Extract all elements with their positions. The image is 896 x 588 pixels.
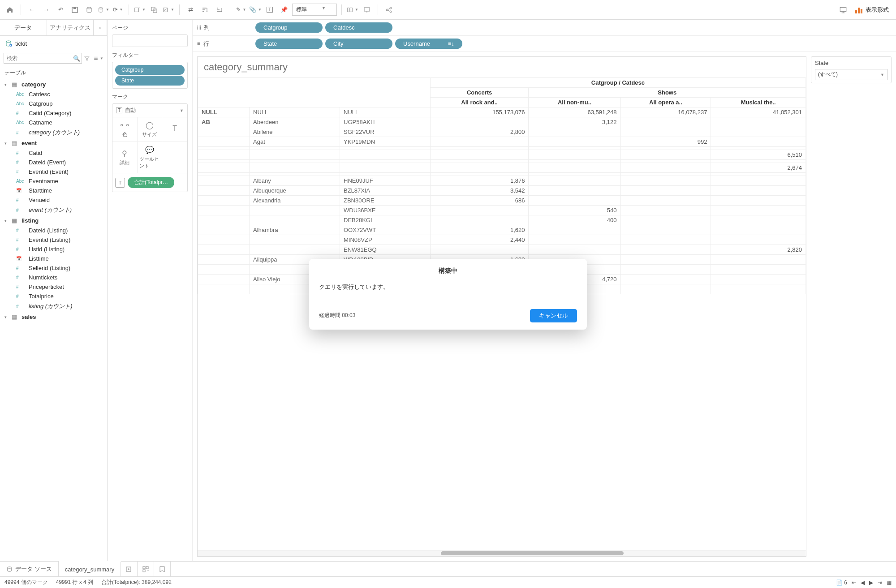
nav-last-icon[interactable]: ⇥	[878, 579, 882, 586]
guide-icon[interactable]	[837, 4, 849, 16]
field-starttime[interactable]: 📅Starttime	[0, 186, 107, 195]
field-catname[interactable]: AbcCatname	[0, 118, 107, 127]
field-catdesc[interactable]: AbcCatdesc	[0, 90, 107, 99]
marks-cell-ツールヒント[interactable]: 💬ツールヒント	[138, 142, 163, 173]
new-story-tab-icon[interactable]	[154, 562, 171, 576]
separator	[378, 4, 378, 15]
field-eventid-listing-[interactable]: #Eventid (Listing)	[0, 235, 107, 245]
svg-point-3	[99, 7, 103, 9]
marks-title: マーク	[112, 93, 188, 103]
field-dateid-event-[interactable]: #Dateid (Event)	[0, 158, 107, 167]
label-icon[interactable]: T	[263, 4, 276, 16]
filters-shelf[interactable]: フィルター CatgroupState	[112, 52, 188, 89]
status-rows-cols: 49991 行 x 4 列	[56, 579, 93, 586]
sort-desc-icon[interactable]	[213, 4, 225, 16]
marks-cell-詳細[interactable]: ⚲詳細	[112, 142, 138, 173]
refresh-icon[interactable]: ⟳	[112, 4, 124, 16]
rows-shelf[interactable]: ≡行 StateCityUsername≡↓	[193, 36, 896, 52]
field-catid[interactable]: #Catid	[0, 148, 107, 158]
fit-select[interactable]: 標準 ▼	[292, 4, 337, 16]
pause-data-icon[interactable]	[97, 4, 110, 16]
tab-data[interactable]: データ	[0, 20, 47, 35]
rows-pills-pill-state[interactable]: State	[255, 39, 323, 49]
home-icon[interactable]	[4, 4, 16, 16]
undo-icon[interactable]: ↶	[54, 4, 67, 16]
table-group-sales[interactable]: ▾▦sales	[0, 312, 107, 322]
svg-point-26	[6, 41, 11, 43]
rows-pills-pill-username[interactable]: Username≡↓	[395, 39, 462, 49]
show-me-button[interactable]: 表示形式	[851, 4, 892, 16]
field-listtime[interactable]: 📅Listtime	[0, 254, 107, 263]
datasource-row[interactable]: tickit	[0, 36, 107, 51]
cancel-button[interactable]: キャンセル	[530, 309, 577, 322]
filter-pill-catgroup[interactable]: Catgroup	[115, 65, 185, 75]
filter-fields-icon[interactable]	[82, 53, 92, 63]
duplicate-icon[interactable]	[148, 4, 160, 16]
table-group-listing[interactable]: ▾▦listing	[0, 215, 107, 226]
save-icon[interactable]	[69, 4, 81, 16]
forward-icon[interactable]: →	[40, 4, 52, 16]
tab-sheet-category-summary[interactable]: category_summary	[59, 561, 121, 576]
back-icon[interactable]: ←	[26, 4, 38, 16]
field-venueid[interactable]: #Venueid	[0, 195, 107, 205]
columns-shelf[interactable]: iii列 CatgroupCatdesc	[193, 20, 896, 36]
separator	[129, 4, 129, 15]
filter-pill-state[interactable]: State	[115, 76, 185, 86]
table-group-event[interactable]: ▾▦event	[0, 138, 107, 148]
show-me-icon	[855, 6, 863, 14]
view-fields-icon[interactable]	[94, 53, 103, 63]
new-datasource-icon[interactable]	[83, 4, 95, 16]
table-group-category[interactable]: ▾▦category	[0, 79, 107, 90]
pin-icon[interactable]: 📌	[278, 4, 290, 16]
field-listing-[interactable]: #listing (カウント)	[0, 301, 107, 312]
group-icon[interactable]: 📎	[249, 4, 262, 16]
field-catid-category-[interactable]: #Catid (Category)	[0, 108, 107, 118]
field-totalprice[interactable]: #Totalprice	[0, 292, 107, 301]
field-eventname[interactable]: AbcEventname	[0, 176, 107, 186]
marks-pill-totalprice[interactable]: 合計(Totalpr…	[128, 177, 174, 188]
status-sheets-icon[interactable]: 📄 6	[836, 579, 847, 586]
new-dashboard-tab-icon[interactable]: +	[138, 562, 154, 576]
presentation-icon[interactable]	[361, 4, 373, 16]
search-input[interactable]	[4, 53, 82, 64]
marks-cell-blank-2: T	[162, 117, 187, 142]
rows-pills-pill-city[interactable]: City	[325, 39, 392, 49]
field-catgroup[interactable]: AbcCatgroup	[0, 99, 107, 108]
show-me-label: 表示形式	[866, 6, 889, 14]
state-filter-select[interactable]: (すべて)▼	[815, 69, 887, 80]
field-sellerid-listing-[interactable]: #Sellerid (Listing)	[0, 263, 107, 273]
marks-type-select[interactable]: T 自動 ▼	[112, 104, 187, 117]
svg-rect-23	[855, 10, 857, 13]
filmstrip-icon[interactable]: ▦	[887, 579, 892, 586]
sort-asc-icon[interactable]	[198, 4, 211, 16]
shelves-column: ページ フィルター CatgroupState マーク T 自動 ▼ ⚬⚬色◯サ…	[108, 20, 193, 561]
field-priceperticket[interactable]: #Priceperticket	[0, 282, 107, 292]
marks-cell-サイズ[interactable]: ◯サイズ	[138, 117, 163, 142]
pages-shelf[interactable]: ページ	[112, 24, 188, 47]
new-worksheet-tab-icon[interactable]	[121, 562, 138, 576]
field-category-[interactable]: #category (カウント)	[0, 127, 107, 138]
field-listid-listing-[interactable]: #Listid (Listing)	[0, 245, 107, 254]
nav-prev-icon[interactable]: ◀	[861, 579, 865, 586]
clear-icon[interactable]	[162, 4, 175, 16]
sheet-title[interactable]: category_summary	[198, 57, 806, 77]
horizontal-scrollbar[interactable]	[198, 550, 806, 556]
collapse-sidebar-icon[interactable]: ‹	[94, 20, 107, 35]
cols-pills-pill-catdesc[interactable]: Catdesc	[325, 22, 392, 33]
field-eventid-event-[interactable]: #Eventid (Event)	[0, 167, 107, 176]
marks-cell-色[interactable]: ⚬⚬色	[112, 117, 138, 142]
new-worksheet-icon[interactable]: +	[134, 4, 146, 16]
tab-analytics[interactable]: アナリティクス	[47, 20, 94, 35]
cols-pills-pill-catgroup[interactable]: Catgroup	[255, 22, 323, 33]
share-icon[interactable]	[383, 4, 395, 16]
modal-title: 構築中	[319, 267, 577, 275]
tab-data-source[interactable]: データ ソース	[0, 562, 59, 576]
highlight-icon[interactable]: ✎	[235, 4, 247, 16]
field-event-[interactable]: #event (カウント)	[0, 205, 107, 215]
show-cards-icon[interactable]	[346, 4, 359, 16]
field-dateid-listing-[interactable]: #Dateid (Listing)	[0, 226, 107, 235]
swap-icon[interactable]: ⇄	[184, 4, 197, 16]
field-numtickets[interactable]: #Numtickets	[0, 273, 107, 282]
nav-next-icon[interactable]: ▶	[869, 579, 873, 586]
nav-first-icon[interactable]: ⇤	[852, 579, 856, 586]
